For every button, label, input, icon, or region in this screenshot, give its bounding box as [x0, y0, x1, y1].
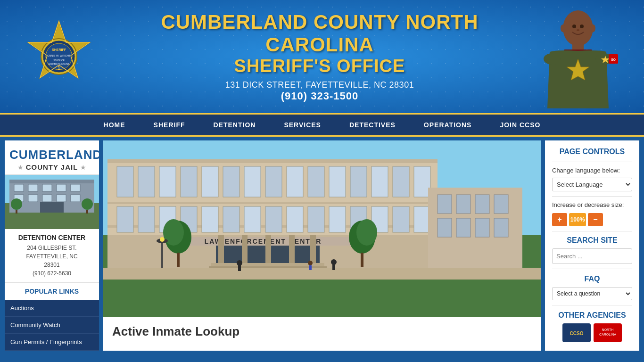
- nav-item-join[interactable]: JOIN CCSO: [486, 115, 554, 135]
- svg-text:CAROLINA: CAROLINA: [599, 333, 616, 336]
- svg-rect-69: [202, 206, 218, 232]
- search-input[interactable]: [553, 250, 632, 263]
- nav-item-detectives[interactable]: DETECTIVES: [335, 115, 410, 135]
- svg-text:SO: SO: [611, 58, 616, 61]
- svg-point-10: [563, 10, 593, 46]
- svg-rect-61: [350, 166, 367, 197]
- nav-item-operations[interactable]: OPERATIONS: [410, 115, 486, 135]
- header-text-block: CUMBERLAND COUNTY NORTH CAROLINA SHERIFF…: [108, 11, 531, 102]
- nav-item-detention[interactable]: DETENTION: [199, 115, 270, 135]
- svg-rect-65: [117, 206, 133, 232]
- faq-select[interactable]: Select a question: [552, 287, 632, 300]
- header-address: 131 DICK STREET, FAYETTEVILLE, NC 28301: [108, 80, 531, 90]
- sidebar-title-cumberland: CUMBERLAND: [9, 148, 94, 162]
- svg-rect-28: [14, 184, 24, 191]
- header-title-line1: CUMBERLAND COUNTY NORTH CAROLINA: [108, 11, 531, 56]
- reset-size-button[interactable]: 100%: [569, 213, 586, 226]
- left-sidebar: CUMBERLAND ★ COUNTY JAIL ★: [5, 140, 99, 351]
- svg-rect-113: [438, 195, 452, 214]
- sidebar-link-community-watch[interactable]: Community Watch: [5, 317, 99, 334]
- svg-text:NORTH: NORTH: [602, 328, 614, 331]
- svg-point-22: [561, 25, 565, 32]
- agency-nc-logo: NORTH CAROLINA: [594, 324, 621, 342]
- agency-logo-nc[interactable]: NORTH CAROLINA: [594, 323, 622, 342]
- svg-rect-114: [456, 195, 471, 214]
- size-controls-label: Increase or decrease size:: [552, 201, 632, 208]
- agency-logo-ccso[interactable]: CCSO: [562, 323, 591, 342]
- svg-rect-71: [244, 206, 261, 232]
- svg-rect-51: [138, 166, 155, 197]
- search-container: [552, 248, 632, 264]
- sidebar-county-jail: COUNTY JAIL: [26, 163, 78, 171]
- svg-rect-30: [42, 184, 52, 191]
- svg-point-23: [591, 25, 595, 32]
- svg-point-39: [11, 198, 22, 210]
- svg-rect-78: [393, 206, 409, 232]
- sidebar-link-gun-permits[interactable]: Gun Permits / Fingerprints: [5, 334, 99, 351]
- nav-item-sheriff[interactable]: SHERIFF: [140, 115, 199, 135]
- svg-rect-63: [393, 166, 409, 197]
- svg-text:1: 1: [58, 66, 60, 71]
- svg-point-20: [580, 25, 584, 28]
- jail-building-svg: [5, 175, 99, 229]
- svg-rect-111: [103, 268, 541, 280]
- svg-rect-118: [456, 218, 471, 237]
- sheriff-photo: SO: [531, 5, 625, 108]
- svg-rect-58: [287, 166, 303, 197]
- svg-rect-117: [438, 218, 452, 237]
- sidebar-link-auctions[interactable]: Auctions: [5, 300, 99, 317]
- header: SHERIFF ENNIS W. WRIGHT STATE OF NORTH C…: [0, 0, 644, 113]
- svg-point-100: [160, 237, 165, 242]
- controls-divider-5: [552, 305, 632, 305]
- svg-rect-46: [107, 159, 438, 163]
- svg-rect-35: [42, 195, 52, 202]
- svg-rect-42: [86, 210, 88, 214]
- size-controls-group: + 100% −: [552, 213, 632, 226]
- svg-point-125: [308, 261, 313, 265]
- law-enforcement-image: LAW ENFORCEMENT CENTER: [103, 140, 541, 317]
- popular-links-title[interactable]: POPULAR LINKS: [9, 288, 94, 295]
- svg-rect-34: [28, 195, 38, 202]
- nav-item-home[interactable]: HOME: [90, 115, 140, 135]
- svg-rect-56: [244, 166, 261, 197]
- header-title-line2: SHERIFF'S OFFICE: [108, 56, 531, 76]
- svg-rect-98: [161, 242, 163, 268]
- decrease-size-button[interactable]: −: [588, 213, 603, 226]
- svg-point-96: [356, 219, 377, 246]
- svg-rect-32: [71, 184, 80, 191]
- svg-rect-85: [242, 235, 248, 268]
- header-phone: (910) 323-1500: [108, 90, 531, 102]
- nav-item-services[interactable]: SERVICES: [270, 115, 335, 135]
- svg-rect-37: [71, 195, 80, 202]
- other-agencies-title: OTHER AGENCIES: [552, 311, 632, 320]
- right-sidebar: PAGE CONTROLS Change language below: Sel…: [545, 140, 639, 351]
- svg-rect-64: [414, 166, 430, 197]
- svg-rect-54: [202, 166, 218, 197]
- svg-text:SHERIFF: SHERIFF: [52, 48, 66, 51]
- svg-rect-124: [332, 264, 335, 270]
- svg-rect-126: [309, 265, 312, 270]
- svg-rect-59: [308, 166, 324, 197]
- change-language-label: Change language below:: [552, 167, 632, 174]
- svg-rect-97: [361, 253, 363, 267]
- main-content: LAW ENFORCEMENT CENTER: [103, 140, 541, 351]
- svg-point-41: [82, 198, 93, 210]
- svg-rect-55: [223, 166, 239, 197]
- increase-size-button[interactable]: +: [552, 213, 567, 226]
- detention-address-line1: 204 GILLESPIE ST.: [9, 244, 94, 252]
- badge-svg: SHERIFF ENNIS W. WRIGHT STATE OF NORTH C…: [21, 19, 97, 94]
- svg-rect-27: [9, 180, 94, 183]
- svg-rect-73: [287, 206, 303, 232]
- svg-rect-70: [223, 206, 239, 232]
- svg-rect-72: [265, 206, 282, 232]
- svg-rect-86: [265, 235, 271, 268]
- svg-rect-79: [414, 206, 430, 232]
- svg-rect-122: [238, 265, 241, 271]
- building-image-svg: LAW ENFORCEMENT CENTER: [103, 140, 541, 317]
- svg-rect-75: [329, 206, 346, 232]
- language-select[interactable]: Select Language Spanish French German Ch…: [552, 178, 632, 191]
- svg-point-21: [577, 29, 579, 31]
- svg-rect-53: [181, 166, 197, 197]
- svg-rect-115: [475, 195, 489, 214]
- page-controls-title: PAGE CONTROLS: [552, 148, 632, 156]
